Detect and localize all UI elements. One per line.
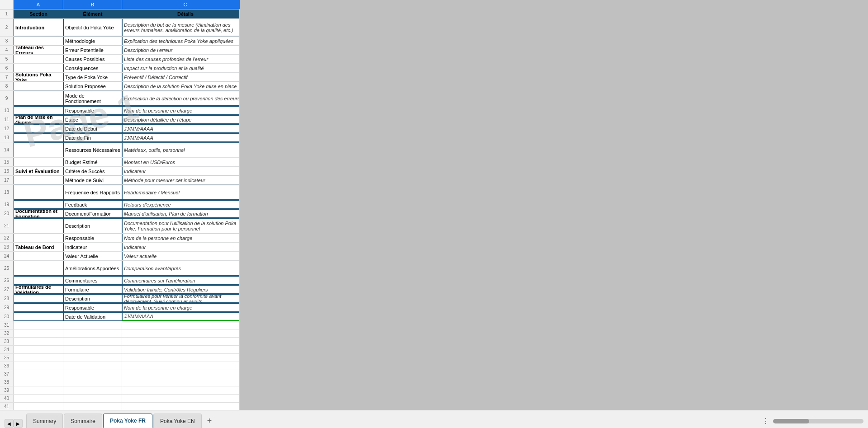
cell-13-c[interactable]: JJ/MM/AAAA bbox=[122, 133, 239, 142]
cell-1-c[interactable]: Détails bbox=[122, 9, 239, 18]
cell-25-a[interactable] bbox=[14, 261, 63, 276]
nav-next-button[interactable]: ▶ bbox=[14, 419, 23, 428]
cell-13-a[interactable] bbox=[14, 133, 63, 142]
cell-5-b[interactable]: Causes Possibles bbox=[63, 55, 122, 63]
tab-poka-yoke-en[interactable]: Poka Yoke EN bbox=[153, 414, 202, 428]
cell-20-b[interactable]: Document/Formation bbox=[63, 209, 122, 218]
cell-10-a[interactable] bbox=[14, 106, 63, 115]
cell-24-b[interactable]: Valeur Actuelle bbox=[63, 252, 122, 260]
cell-28-b[interactable]: Description bbox=[63, 294, 122, 303]
cell-18-a[interactable] bbox=[14, 185, 63, 200]
cell-21-c[interactable]: Documentation pour l'utilisation de la s… bbox=[122, 218, 239, 233]
cell-17-b[interactable]: Méthode de Suivi bbox=[63, 176, 122, 184]
cell-14-b[interactable]: Ressources Nécessaires bbox=[63, 142, 122, 157]
cell-10-b[interactable]: Responsable bbox=[63, 106, 122, 115]
cell-10-c[interactable]: Nom de la personne en charge bbox=[122, 106, 239, 115]
cell-29-b[interactable]: Responsable bbox=[63, 303, 122, 312]
cell-27-c[interactable]: Validation Initiale, Contrôles Réguliers bbox=[122, 285, 239, 294]
cell-30-a[interactable] bbox=[14, 312, 63, 321]
horizontal-scrollbar[interactable] bbox=[773, 419, 863, 423]
more-options-button[interactable]: ⋮ bbox=[762, 417, 769, 425]
cell-6-b[interactable]: Conséquences bbox=[63, 64, 122, 72]
cell-5-a[interactable] bbox=[14, 55, 63, 63]
cell-16-b[interactable]: Critère de Succès bbox=[63, 167, 122, 175]
cell-4-a[interactable]: Tableau des Erreurs bbox=[14, 46, 63, 54]
cell-29-a[interactable] bbox=[14, 303, 63, 312]
cell-9-c[interactable]: Explication de la détection ou préventio… bbox=[122, 91, 239, 106]
cell-24-a[interactable] bbox=[14, 252, 63, 260]
cell-29-c[interactable]: Nom de la personne en charge bbox=[122, 303, 239, 312]
cell-3-b[interactable]: Méthodologie bbox=[63, 37, 122, 45]
cell-12-c[interactable]: JJ/MM/AAAA bbox=[122, 124, 239, 133]
cell-23-a[interactable]: Tableau de Bord bbox=[14, 243, 63, 251]
cell-18-b[interactable]: Fréquence des Rapports bbox=[63, 185, 122, 200]
cell-15-a[interactable] bbox=[14, 158, 63, 166]
tab-summary[interactable]: Summary bbox=[26, 414, 63, 428]
cell-8-b[interactable]: Solution Proposée bbox=[63, 82, 122, 90]
cell-13-b[interactable]: Date de Fin bbox=[63, 133, 122, 142]
cell-17-a[interactable] bbox=[14, 176, 63, 184]
cell-18-c[interactable]: Hebdomadaire / Mensuel bbox=[122, 185, 239, 200]
col-header-c[interactable]: C bbox=[122, 0, 249, 9]
cell-16-a[interactable]: Suivi et Évaluation bbox=[14, 167, 63, 175]
cell-11-b[interactable]: Étape bbox=[63, 115, 122, 124]
cell-19-b[interactable]: Feedback bbox=[63, 200, 122, 209]
cell-16-c[interactable]: Indicateur bbox=[122, 167, 239, 175]
cell-27-a[interactable]: Formulaires de Validation bbox=[14, 285, 63, 294]
add-sheet-button[interactable]: + bbox=[203, 414, 217, 428]
cell-1-b[interactable]: Élément bbox=[63, 9, 122, 18]
cell-9-a[interactable] bbox=[14, 91, 63, 106]
cell-20-a[interactable]: Documentation et Formation bbox=[14, 209, 63, 218]
cell-26-b[interactable]: Commentaires bbox=[63, 276, 122, 285]
cell-14-a[interactable] bbox=[14, 142, 63, 157]
cell-12-b[interactable]: Date de Début bbox=[63, 124, 122, 133]
cell-19-a[interactable] bbox=[14, 200, 63, 209]
cell-24-c[interactable]: Valeur actuelle bbox=[122, 252, 239, 260]
cell-7-c[interactable]: Préventif / Détectif / Correctif bbox=[122, 73, 239, 81]
cell-22-c[interactable]: Nom de la personne en charge bbox=[122, 234, 239, 242]
cell-21-b[interactable]: Description bbox=[63, 218, 122, 233]
cell-7-a[interactable]: Solutions Poka Yoke bbox=[14, 73, 63, 81]
cell-8-a[interactable] bbox=[14, 82, 63, 90]
cell-30-c[interactable]: JJ/MM/AAAA bbox=[122, 312, 239, 321]
cell-15-c[interactable]: Montant en USD/Euros bbox=[122, 158, 239, 166]
cell-23-c[interactable]: Indicateur bbox=[122, 243, 239, 251]
cell-5-c[interactable]: Liste des causes profondes de l'erreur bbox=[122, 55, 239, 63]
cell-2-c[interactable]: Description du but de la mesure (élimina… bbox=[122, 19, 239, 36]
cell-7-b[interactable]: Type de Poka Yoke bbox=[63, 73, 122, 81]
cell-6-a[interactable] bbox=[14, 64, 63, 72]
cell-12-a[interactable] bbox=[14, 124, 63, 133]
tab-sommaire[interactable]: Sommaire bbox=[64, 414, 102, 428]
col-header-b[interactable]: B bbox=[63, 0, 122, 9]
cell-3-a[interactable] bbox=[14, 37, 63, 45]
tab-poka-yoke-fr[interactable]: Poka Yoke FR bbox=[103, 414, 152, 428]
cell-21-a[interactable] bbox=[14, 218, 63, 233]
cell-22-b[interactable]: Responsable bbox=[63, 234, 122, 242]
cell-2-a[interactable]: Introduction bbox=[14, 19, 63, 36]
cell-25-b[interactable]: Améliorations Apportées bbox=[63, 261, 122, 276]
col-header-a[interactable]: A bbox=[14, 0, 63, 9]
cell-14-c[interactable]: Matériaux, outils, personnel bbox=[122, 142, 239, 157]
nav-prev-button[interactable]: ◀ bbox=[5, 419, 14, 428]
cell-28-a[interactable] bbox=[14, 294, 63, 303]
cell-1-a[interactable]: Section bbox=[14, 9, 63, 18]
cell-19-c[interactable]: Retours d'expérience bbox=[122, 200, 239, 209]
cell-11-a[interactable]: Plan de Mise en Œuvre bbox=[14, 115, 63, 124]
cell-8-c[interactable]: Description de la solution Poka Yoke mis… bbox=[122, 82, 239, 90]
cell-26-a[interactable] bbox=[14, 276, 63, 285]
cell-30-b[interactable]: Date de Validation bbox=[63, 312, 122, 321]
cell-28-c[interactable]: Formulaires pour vérifier la conformité … bbox=[122, 294, 239, 303]
cell-9-b[interactable]: Mode de Fonctionnement bbox=[63, 91, 122, 106]
cell-15-b[interactable]: Budget Estimé bbox=[63, 158, 122, 166]
cell-17-c[interactable]: Méthode pour mesurer cet indicateur bbox=[122, 176, 239, 184]
cell-2-b[interactable]: Objectif du Poka Yoke bbox=[63, 19, 122, 36]
cell-26-c[interactable]: Commentaires sur l'amélioration bbox=[122, 276, 239, 285]
cell-27-b[interactable]: Formulaire bbox=[63, 285, 122, 294]
cell-4-c[interactable]: Description de l'erreur bbox=[122, 46, 239, 54]
cell-6-c[interactable]: Impact sur la production et la qualité bbox=[122, 64, 239, 72]
cell-3-c[interactable]: Explication des techniques Poka Yoke app… bbox=[122, 37, 239, 45]
cell-25-c[interactable]: Comparaison avant/après bbox=[122, 261, 239, 276]
cell-20-c[interactable]: Manuel d'utilisation, Plan de formation bbox=[122, 209, 239, 218]
cell-22-a[interactable] bbox=[14, 234, 63, 242]
cell-4-b[interactable]: Erreur Potentielle bbox=[63, 46, 122, 54]
